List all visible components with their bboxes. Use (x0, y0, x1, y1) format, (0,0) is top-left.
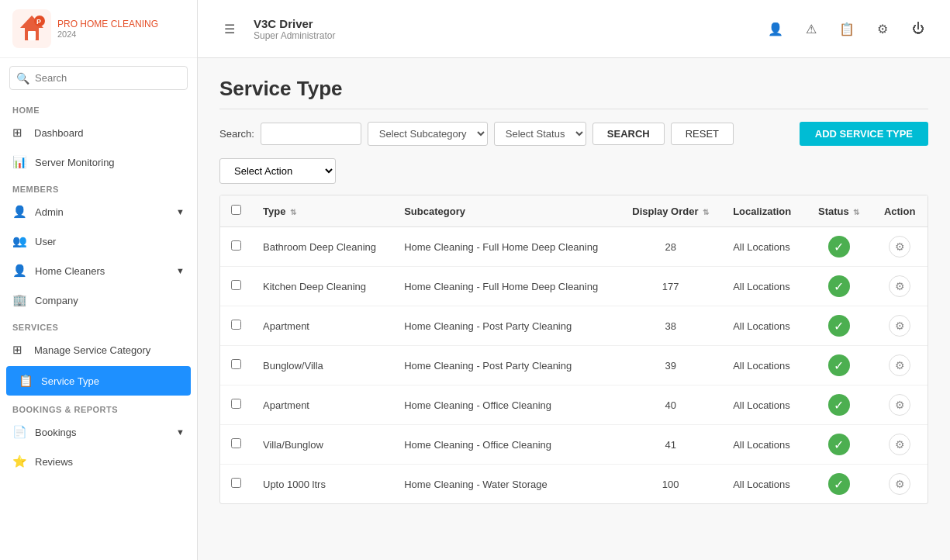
search-container: 🔍 (9, 66, 188, 90)
action-gear-button[interactable]: ⚙ (889, 354, 910, 376)
notes-icon-button[interactable]: 📋 (834, 16, 860, 42)
service-type-table: Type ⇅ Subcategory Display Order ⇅ Local… (219, 195, 928, 504)
row-checkbox[interactable] (231, 438, 241, 448)
row-checkbox[interactable] (231, 359, 241, 369)
table-row: Apartment Home Cleaning - Post Party Cle… (220, 306, 928, 346)
alert-icon-button[interactable]: ⚠ (798, 16, 824, 42)
sidebar-item-admin[interactable]: 👤 Admin ▼ (0, 197, 197, 226)
status-active-icon: ✓ (828, 434, 850, 455)
header-title: V3C Driver (254, 17, 335, 30)
chevron-down-icon: ▼ (176, 427, 185, 437)
status-active-icon: ✓ (828, 473, 850, 495)
bookings-icon: 📄 (12, 425, 27, 439)
header-checkbox-cell (220, 195, 252, 227)
row-status: ✓ (806, 267, 872, 306)
row-action: ⚙ (872, 346, 928, 385)
row-display-order: 100 (619, 465, 722, 504)
row-status: ✓ (806, 385, 872, 425)
row-subcategory: Home Cleaning - Post Party Cleaning (393, 306, 619, 346)
row-checkbox[interactable] (231, 280, 241, 290)
col-status: Status ⇅ (806, 195, 872, 227)
search-button[interactable]: SEARCH (592, 123, 665, 145)
row-status: ✓ (806, 346, 872, 385)
action-gear-button[interactable]: ⚙ (889, 236, 910, 258)
sidebar-item-home-cleaners[interactable]: 👤 Home Cleaners ▼ (0, 256, 197, 285)
row-localization: All Locations (722, 425, 806, 465)
hamburger-button[interactable]: ☰ (216, 16, 243, 42)
action-gear-button[interactable]: ⚙ (889, 394, 910, 416)
row-type: Bathroom Deep Cleaning (252, 227, 393, 267)
action-row: Select Action (219, 158, 928, 184)
sidebar-item-dashboard[interactable]: ⊞ Dashboard (0, 118, 197, 147)
sidebar-item-user[interactable]: 👥 User (0, 226, 197, 256)
section-home: HOME (0, 98, 197, 118)
row-subcategory: Home Cleaning - Post Party Cleaning (393, 346, 619, 385)
search-input[interactable] (9, 66, 188, 90)
sidebar: P PRO HOME CLEANING 2024 🔍 HOME ⊞ Dashbo… (0, 0, 198, 560)
star-icon: ⭐ (12, 455, 27, 468)
reset-button[interactable]: RESET (671, 123, 734, 145)
row-subcategory: Home Cleaning - Office Cleaning (393, 385, 619, 425)
row-checkbox-cell (220, 346, 252, 385)
person-icon: 👤 (12, 205, 27, 219)
add-service-type-button[interactable]: ADD SERVICE TYPE (800, 122, 928, 146)
action-select[interactable]: Select Action (219, 158, 336, 184)
sort-icon: ⇅ (853, 208, 859, 216)
row-type: Kitchen Deep Cleaning (252, 267, 393, 306)
status-select[interactable]: Select Status (494, 122, 586, 146)
select-all-checkbox[interactable] (231, 205, 241, 215)
section-members: MEMBERS (0, 177, 197, 197)
col-localization: Localization (722, 195, 806, 227)
sidebar-item-label: Manage Service Category (34, 344, 150, 356)
row-subcategory: Home Cleaning - Office Cleaning (393, 425, 619, 465)
row-checkbox-cell (220, 267, 252, 306)
cleaner-icon: 👤 (12, 264, 27, 278)
row-checkbox[interactable] (231, 478, 241, 488)
notes-icon: 📋 (839, 22, 855, 36)
col-action: Action (872, 195, 928, 227)
action-gear-button[interactable]: ⚙ (889, 275, 910, 297)
power-icon: ⏻ (912, 22, 924, 36)
row-status: ✓ (806, 227, 872, 267)
power-icon-button[interactable]: ⏻ (905, 16, 931, 42)
row-checkbox[interactable] (231, 240, 241, 251)
sort-icon: ⇅ (290, 208, 296, 216)
row-checkbox-cell (220, 465, 252, 504)
warning-icon: ⚠ (806, 22, 817, 36)
row-checkbox-cell (220, 227, 252, 267)
action-gear-button[interactable]: ⚙ (889, 315, 910, 337)
col-type: Type ⇅ (252, 195, 393, 227)
dashboard-icon: ⊞ (12, 126, 26, 140)
row-type: Villa/Bunglow (252, 425, 393, 465)
action-gear-button[interactable]: ⚙ (889, 473, 910, 495)
row-localization: All Locations (722, 385, 806, 425)
header-left: ☰ V3C Driver Super Administrator (216, 16, 335, 42)
sidebar-item-label: Reviews (35, 456, 73, 468)
table-row: Villa/Bunglow Home Cleaning - Office Cle… (220, 425, 928, 465)
row-checkbox[interactable] (231, 399, 241, 409)
data-table: Type ⇅ Subcategory Display Order ⇅ Local… (220, 195, 928, 503)
sidebar-item-label: Service Type (41, 375, 99, 387)
action-gear-button[interactable]: ⚙ (889, 434, 910, 455)
sidebar-item-bookings[interactable]: 📄 Bookings ▼ (0, 417, 197, 447)
sidebar-item-label: Admin (35, 206, 64, 218)
sidebar-item-service-type[interactable]: 📋 Service Type (6, 366, 191, 396)
sidebar-item-server-monitoring[interactable]: 📊 Server Monitoring (0, 147, 197, 177)
search-label: Search: (219, 128, 254, 140)
row-display-order: 38 (619, 306, 722, 346)
row-status: ✓ (806, 425, 872, 465)
sidebar-item-company[interactable]: 🏢 Company (0, 285, 197, 315)
user-icon-button[interactable]: 👤 (762, 16, 789, 42)
row-display-order: 41 (619, 425, 722, 465)
main-area: ☰ V3C Driver Super Administrator 👤 ⚠ 📋 ⚙… (198, 0, 950, 560)
sidebar-item-manage-service-category[interactable]: ⊞ Manage Service Category (0, 335, 197, 365)
row-checkbox[interactable] (231, 320, 241, 330)
search-field[interactable] (261, 123, 361, 145)
section-services: SERVICES (0, 315, 197, 335)
row-status: ✓ (806, 306, 872, 346)
section-bookings: BOOKINGS & REPORTS (0, 397, 197, 417)
sort-icon: ⇅ (703, 208, 709, 216)
subcategory-select[interactable]: Select Subcategory (368, 122, 488, 146)
sidebar-item-reviews[interactable]: ⭐ Reviews (0, 447, 197, 476)
settings-icon-button[interactable]: ⚙ (869, 16, 896, 42)
